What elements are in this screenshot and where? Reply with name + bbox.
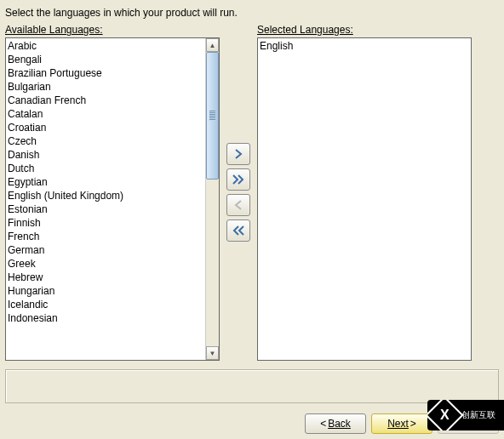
watermark: X 创新互联 bbox=[427, 400, 504, 430]
list-item[interactable]: Danish bbox=[8, 148, 203, 162]
list-item[interactable]: Indonesian bbox=[8, 311, 203, 325]
list-item[interactable]: Croatian bbox=[8, 121, 203, 134]
list-item[interactable]: Bengali bbox=[8, 53, 203, 66]
back-button[interactable]: < Back bbox=[305, 413, 366, 434]
scroll-thumb[interactable] bbox=[206, 52, 219, 180]
list-item[interactable]: Bulgarian bbox=[8, 80, 203, 94]
transfer-buttons bbox=[225, 143, 252, 242]
watermark-logo-icon: X bbox=[427, 400, 464, 430]
scroll-down-button[interactable]: ▼ bbox=[206, 346, 219, 360]
list-item[interactable]: English (United Kingdom) bbox=[8, 189, 203, 202]
chevron-left-icon bbox=[232, 199, 244, 211]
scroll-up-button[interactable]: ▲ bbox=[206, 38, 219, 52]
watermark-text: 创新互联 bbox=[461, 410, 495, 420]
double-chevron-right-icon bbox=[232, 174, 245, 185]
list-item[interactable]: Canadian French bbox=[8, 94, 203, 107]
selected-panel: Selected Languages: English bbox=[257, 24, 472, 361]
list-item[interactable]: English bbox=[260, 39, 469, 53]
scroll-track[interactable] bbox=[206, 52, 219, 346]
available-scrollbar[interactable]: ▲ ▼ bbox=[205, 38, 219, 360]
list-item[interactable]: Egyptian bbox=[8, 175, 203, 189]
list-item[interactable]: Czech bbox=[8, 134, 203, 148]
list-item[interactable]: Greek bbox=[8, 257, 203, 271]
list-item[interactable]: Estonian bbox=[8, 202, 203, 216]
list-item[interactable]: Brazilian Portuguese bbox=[8, 66, 203, 80]
available-label: Available Languages: bbox=[5, 24, 220, 36]
list-item[interactable]: Hebrew bbox=[8, 271, 203, 284]
add-button[interactable] bbox=[226, 143, 250, 165]
available-panel: Available Languages: ArabicBengaliBrazil… bbox=[5, 24, 220, 361]
message-area bbox=[5, 369, 499, 403]
list-item[interactable]: German bbox=[8, 243, 203, 257]
list-item[interactable]: Icelandic bbox=[8, 298, 203, 311]
instruction-text: Select the languages in which your produ… bbox=[5, 5, 499, 24]
remove-button[interactable] bbox=[226, 194, 250, 216]
double-chevron-left-icon bbox=[232, 225, 245, 237]
next-button[interactable]: Next > bbox=[371, 413, 432, 434]
list-item[interactable]: Finnish bbox=[8, 216, 203, 230]
list-item[interactable]: French bbox=[8, 230, 203, 243]
available-listbox[interactable]: ArabicBengaliBrazilian PortugueseBulgari… bbox=[5, 37, 220, 361]
remove-all-button[interactable] bbox=[226, 220, 250, 242]
selected-listbox[interactable]: English bbox=[257, 37, 472, 361]
list-item[interactable]: Hungarian bbox=[8, 284, 203, 298]
chevron-right-icon bbox=[232, 148, 244, 160]
wizard-nav: < Back Next > Ins bbox=[5, 407, 499, 434]
list-item[interactable]: Catalan bbox=[8, 107, 203, 121]
add-all-button[interactable] bbox=[226, 168, 250, 191]
list-item[interactable]: Arabic bbox=[8, 39, 203, 53]
list-item[interactable]: Dutch bbox=[8, 162, 203, 175]
selected-label: Selected Languages: bbox=[257, 24, 472, 36]
